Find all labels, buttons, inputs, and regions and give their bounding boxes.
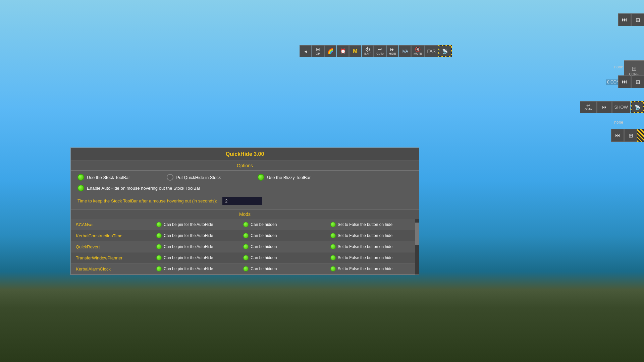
mod-label-1: Can be pin for the AutoHide	[164, 222, 213, 227]
mod-label-3: Set to False the button on hide	[338, 222, 392, 227]
hide-icon: ⏭	[390, 47, 395, 52]
colors-btn[interactable]: 🌈	[324, 45, 336, 57]
mod-row: SCANsat Can be pin for the AutoHide Can …	[71, 219, 419, 230]
skip-forward-btn-1[interactable]: ⏭	[618, 13, 631, 26]
mod-label-3: Set to False the button on hide	[338, 255, 392, 260]
mods-header: Mods	[71, 209, 419, 219]
time-label: Time to keep the Stock ToolBar after a m…	[77, 198, 217, 203]
m-btn[interactable]: M	[349, 45, 361, 57]
dialog-title: QuickHide 3.00	[71, 148, 419, 161]
goto-label: GoTo	[376, 52, 384, 56]
qr-btn[interactable]: ⊞ QR	[312, 45, 324, 57]
far-btn[interactable]: FAR	[425, 45, 438, 57]
mod-label-3: Set to False the button on hide	[338, 266, 392, 271]
options-row-2: Enable AutoHide on mouse hovering out th…	[71, 184, 419, 195]
mod-dot-2[interactable]	[243, 255, 249, 260]
mute-btn[interactable]: 🔇 MUTE	[411, 45, 425, 57]
option2-radio[interactable]	[167, 174, 173, 181]
mod-row: KerbalAlarmClock Can be pin for the Auto…	[71, 263, 419, 275]
mod-option-1: Can be pin for the AutoHide	[156, 222, 240, 227]
mod-dot-1[interactable]	[156, 222, 162, 227]
mod-dot-2[interactable]	[243, 222, 249, 227]
option-put-quickhide: Put QuickHide in Stock	[167, 174, 221, 181]
time-input[interactable]	[222, 197, 262, 205]
mod-label-3: Set to False the button on hide	[338, 233, 392, 238]
option1-label: Use the Stock ToolBar	[87, 175, 130, 180]
goto-label-2: GoTo	[585, 108, 592, 111]
goto-btn-1[interactable]: ↩ GoTo	[374, 45, 386, 57]
iva-label: IVA	[401, 49, 408, 54]
mod-label-2: Can be hidden	[251, 233, 277, 238]
option-use-stock: Use the Stock ToolBar	[77, 174, 130, 181]
option4-radio[interactable]	[77, 185, 84, 191]
right-toolbar-4: ⏮ ⊞	[611, 129, 644, 142]
signal-icon: 📡	[439, 46, 451, 56]
right-toolbar-2: ⏭ ⊞	[618, 75, 644, 88]
iva-btn[interactable]: IVA	[399, 45, 411, 57]
option1-radio[interactable]	[77, 174, 84, 181]
mod-dot-3[interactable]	[330, 244, 336, 249]
goto-btn-2[interactable]: ↩ GoTo	[580, 101, 597, 113]
hide-btn[interactable]: ⏭ HIDE	[386, 45, 398, 57]
mod-option-3: Set to False the button on hide	[330, 244, 414, 249]
mod-name: QuickRevert	[76, 244, 156, 249]
grid-btn-1[interactable]: ⊞	[631, 13, 644, 26]
time-row: Time to keep the Stock ToolBar after a m…	[71, 195, 419, 209]
hide-label: HIDE	[389, 52, 396, 56]
mute-label: MUTE	[414, 52, 422, 56]
option3-radio[interactable]	[258, 174, 264, 181]
signal-icon-2: 📡	[632, 102, 643, 112]
skip-forward-btn-2[interactable]: ⏭	[618, 75, 631, 88]
goto-icon: ↩	[378, 47, 382, 52]
options-row-1: Use the Stock ToolBar Put QuickHide in S…	[71, 171, 419, 184]
exit-label: EXIT	[364, 52, 371, 56]
left-arrow-btn[interactable]: ◀	[300, 45, 312, 57]
mod-dot-3[interactable]	[330, 266, 336, 272]
mod-dot-3[interactable]	[330, 255, 336, 260]
grid-btn-2[interactable]: ⊞	[631, 75, 644, 88]
mods-scrollbar[interactable]	[415, 219, 419, 275]
goto-show-row: ↩ GoTo ⏮ SHOW 📡	[580, 101, 644, 113]
main-toolbar: ◀ ⊞ QR 🌈 ⏰ M ⏻ EXIT ↩ GoTo ⏭ HIDE IVA 🔇 …	[300, 45, 452, 57]
mod-option-3: Set to False the button on hide	[330, 255, 414, 260]
mod-dot-3[interactable]	[330, 233, 336, 238]
mod-name: TransferWindowPlanner	[76, 255, 156, 260]
conf-panel-icon: ⊞	[632, 65, 637, 72]
mod-name: KerbalConstructionTime	[76, 233, 156, 238]
mod-label-1: Can be pin for the AutoHide	[164, 233, 213, 238]
mod-option-3: Set to False the button on hide	[330, 222, 414, 227]
qr-label: QR	[316, 52, 320, 56]
clock-btn[interactable]: ⏰	[337, 45, 349, 57]
mod-option-1: Can be pin for the AutoHide	[156, 255, 240, 260]
mod-row: QuickRevert Can be pin for the AutoHide …	[71, 241, 419, 252]
mod-dot-2[interactable]	[243, 266, 249, 272]
mod-label-1: Can be pin for the AutoHide	[164, 266, 213, 271]
mod-dot-1[interactable]	[156, 255, 162, 260]
mod-dot-2[interactable]	[243, 233, 249, 238]
exit-btn[interactable]: ⏻ EXIT	[362, 45, 374, 57]
back-btn[interactable]: ⏮	[597, 101, 612, 113]
mod-option-2: Can be hidden	[243, 266, 327, 272]
mod-label-2: Can be hidden	[251, 222, 277, 227]
mod-dot-1[interactable]	[156, 266, 162, 272]
clock-icon: ⏰	[340, 49, 346, 54]
show-btn[interactable]: SHOW	[612, 101, 630, 113]
mod-dot-2[interactable]	[243, 244, 249, 249]
back-btn-2[interactable]: ⏮	[611, 129, 624, 142]
qr-icon: ⊞	[316, 47, 320, 52]
power-icon: ⏻	[365, 47, 370, 52]
mod-option-1: Can be pin for the AutoHide	[156, 244, 240, 249]
mod-option-1: Can be pin for the AutoHide	[156, 266, 240, 272]
mod-dot-1[interactable]	[156, 244, 162, 249]
grid-btn-3[interactable]: ⊞	[624, 129, 637, 142]
none-label-1: none	[614, 65, 623, 69]
none-label-2: none	[614, 120, 623, 125]
far-label: FAR	[427, 49, 436, 54]
mod-dot-3[interactable]	[330, 222, 336, 227]
mod-name: KerbalAlarmClock	[76, 266, 156, 272]
mod-option-2: Can be hidden	[243, 222, 327, 227]
stripe-divider	[637, 129, 644, 142]
mute-icon: 🔇	[415, 47, 421, 52]
signal-stripe-border: 📡	[438, 45, 452, 57]
mod-dot-1[interactable]	[156, 233, 162, 238]
